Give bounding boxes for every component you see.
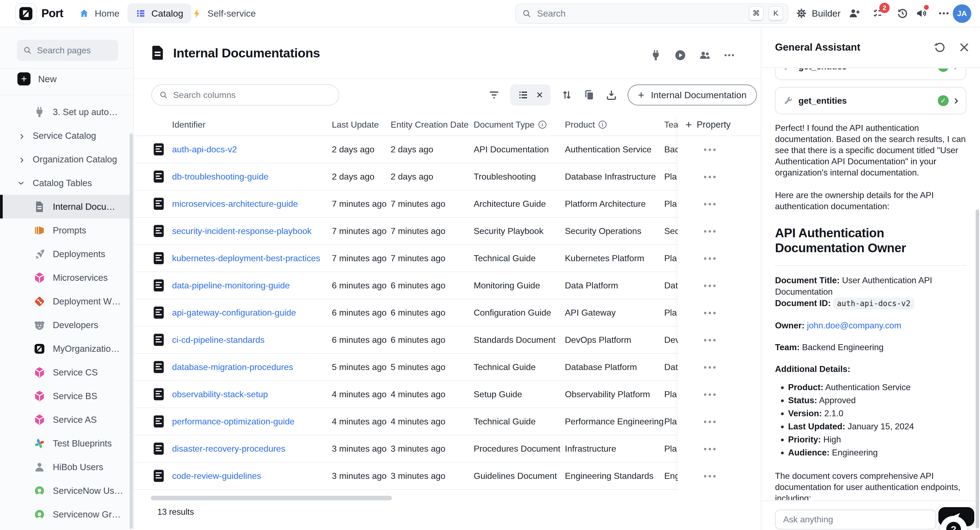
page-title: Internal Documentations [173, 46, 320, 60]
tasks-icon[interactable]: 2 [872, 7, 885, 20]
download-icon[interactable] [605, 89, 618, 101]
sidebar-item[interactable]: HiBob Users [0, 455, 130, 479]
column-product[interactable]: Product [565, 120, 606, 130]
sidebar-item[interactable]: 3. Set up auto… [0, 100, 130, 124]
announcements-icon[interactable] [915, 7, 928, 20]
row-actions-button[interactable] [678, 299, 761, 327]
builder-button[interactable]: Builder [795, 7, 841, 19]
sidebar-item[interactable]: ›Service Catalog [0, 124, 130, 148]
sidebar-item[interactable]: Prompts [0, 219, 130, 242]
more-icon[interactable] [937, 7, 950, 20]
invite-user-icon[interactable] [848, 7, 861, 20]
add-property-button[interactable]: + Property [678, 114, 761, 136]
sidebar-item[interactable]: Servicenow Gr… [0, 503, 130, 526]
identifier-link[interactable]: performance-optimization-guide [172, 417, 294, 427]
identifier-link[interactable]: api-gateway-configuration-guide [172, 308, 296, 318]
identifier-link[interactable]: db-troubleshooting-guide [172, 172, 269, 182]
sidebar-item-label: Prompts [53, 225, 86, 236]
identifier-link[interactable]: auth-api-docs-v2 [172, 144, 237, 154]
close-icon[interactable] [958, 41, 970, 54]
sidebar-item[interactable]: Service BS [0, 384, 130, 408]
row-actions-button[interactable] [678, 435, 761, 463]
identifier-link[interactable]: disaster-recovery-procedures [172, 444, 285, 454]
identifier-link[interactable]: microservices-architecture-guide [172, 199, 298, 209]
sidebar-item[interactable]: Internal Docu… [0, 195, 130, 219]
view-toggle[interactable]: × [510, 84, 551, 106]
sidebar-item[interactable]: ›Organization Catalog [0, 148, 130, 171]
sidebar-item[interactable]: Deployments [0, 242, 130, 266]
row-actions-button[interactable] [678, 136, 761, 163]
sidebar-search[interactable] [17, 40, 118, 61]
row-actions-button[interactable] [678, 190, 761, 217]
plus-icon: + [638, 89, 644, 100]
column-identifier[interactable]: Identifier [172, 120, 205, 130]
sidebar-item[interactable]: Service AS [0, 408, 130, 432]
column-entity-creation-date[interactable]: Entity Creation Date [391, 120, 468, 130]
row-actions-button[interactable] [678, 217, 761, 245]
row-actions-button[interactable] [678, 381, 761, 408]
row-actions-button[interactable] [678, 245, 761, 272]
port-logo[interactable] [15, 3, 37, 24]
row-actions-button[interactable] [678, 327, 761, 354]
ask-input[interactable] [783, 514, 929, 525]
sidebar-scrollbar[interactable] [130, 133, 133, 529]
copy-icon[interactable] [583, 89, 595, 101]
catalog-list-icon [135, 8, 146, 19]
sort-icon[interactable] [560, 89, 573, 101]
sidebar-item[interactable]: ›Catalog Tables [0, 171, 130, 195]
horizontal-scrollbar[interactable] [151, 496, 392, 500]
identifier-link[interactable]: data-pipeline-monitoring-guide [172, 281, 290, 290]
sidebar-item[interactable]: Developers [0, 313, 130, 337]
tool-call-card[interactable]: get_entities ✓ › [775, 68, 966, 80]
avatar[interactable]: JA [953, 4, 971, 23]
column-team[interactable]: Tea [664, 120, 678, 130]
history-icon[interactable] [896, 7, 909, 20]
column-last-update[interactable]: Last Update [332, 120, 379, 130]
sidebar-item[interactable]: Test Blueprints [0, 432, 130, 455]
reset-icon[interactable] [934, 41, 946, 54]
identifier-link[interactable]: ci-cd-pipeline-standards [172, 335, 265, 345]
people-icon[interactable] [698, 49, 711, 62]
row-actions-button[interactable] [678, 354, 761, 381]
sidebar-search-input[interactable] [37, 45, 112, 56]
divider [0, 68, 134, 68]
info-icon [599, 121, 606, 129]
row-actions-button[interactable] [678, 163, 761, 190]
assistant-header: General Assistant [761, 27, 980, 68]
row-actions-button[interactable] [678, 272, 761, 299]
demo-play-icon[interactable] [674, 49, 687, 62]
detail-item: Audience: Engineering [788, 446, 966, 459]
nav-home[interactable]: Home [79, 8, 119, 19]
close-icon[interactable]: × [536, 89, 543, 101]
new-button[interactable]: + New [18, 72, 57, 86]
creation-date-cell: 4 minutes ago [391, 417, 445, 427]
owner-email-link[interactable]: john.doe@company.com [807, 321, 901, 330]
sidebar-item[interactable]: Service CS [0, 360, 130, 384]
identifier-link[interactable]: code-review-guidelines [172, 471, 261, 481]
more-icon[interactable] [723, 49, 735, 62]
panel-scrollbar[interactable] [976, 209, 979, 528]
row-actions-button[interactable] [678, 463, 761, 490]
column-search-input[interactable] [173, 90, 332, 100]
column-search[interactable] [151, 84, 339, 106]
ask-input-wrap[interactable] [775, 509, 936, 530]
sidebar-item[interactable]: ServiceNow Us… [0, 479, 130, 503]
identifier-link[interactable]: kubernetes-deployment-best-practices [172, 253, 320, 263]
column-document-type[interactable]: Document Type [474, 120, 546, 130]
ellipsis-icon [704, 339, 706, 341]
identifier-link[interactable]: security-incident-response-playbook [172, 226, 312, 236]
plug-icon[interactable] [649, 49, 662, 62]
global-search-input[interactable] [536, 8, 744, 19]
sidebar-item[interactable]: MyOrganizatio… [0, 337, 130, 360]
nav-catalog[interactable]: Catalog [127, 3, 191, 24]
add-internal-documentation-button[interactable]: + Internal Documentation [627, 84, 757, 106]
tool-call-card[interactable]: get_entities ✓ › [775, 87, 966, 114]
row-actions-button[interactable] [678, 408, 761, 435]
sidebar-item[interactable]: Deployment W… [0, 289, 130, 313]
identifier-link[interactable]: observability-stack-setup [172, 389, 268, 400]
sidebar-item[interactable]: Microservices [0, 266, 130, 289]
identifier-link[interactable]: database-migration-procedures [172, 362, 293, 372]
global-search[interactable]: ⌘ K [515, 3, 788, 24]
filter-icon[interactable] [488, 89, 500, 101]
nav-self-service[interactable]: Self-service [192, 8, 256, 19]
